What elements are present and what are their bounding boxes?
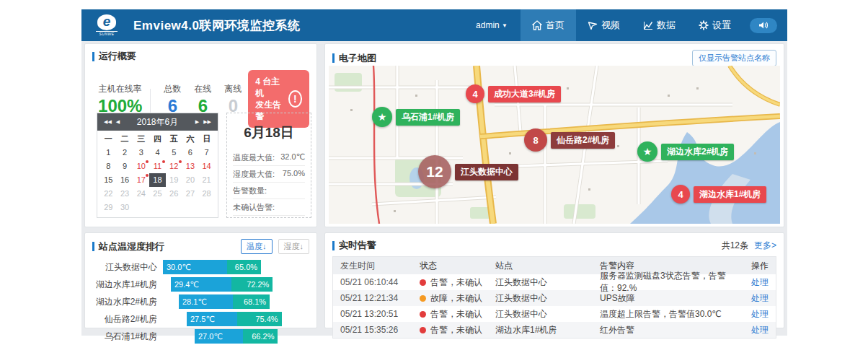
show-alarm-stations-button[interactable]: 仅显示告警站点名称 xyxy=(692,50,776,66)
calendar-day[interactable]: 15 xyxy=(100,173,117,187)
user-name: admin xyxy=(476,20,500,30)
map-marker: 12江头数据中心 xyxy=(418,155,518,188)
calendar-day[interactable]: 2 xyxy=(117,146,133,160)
chevron-down-icon: ▼ xyxy=(502,22,508,29)
alarm-dot-icon xyxy=(146,174,149,177)
station-label[interactable]: 湖边水库1#机房 xyxy=(694,186,766,203)
title-accent-bar xyxy=(332,241,335,250)
col-action: 操作 xyxy=(740,260,769,272)
calendar-day[interactable]: 29 xyxy=(100,201,117,214)
next-month-button[interactable]: ▶ xyxy=(193,119,201,125)
calendar-day[interactable]: 27 xyxy=(182,187,199,201)
nav-data-label: 数据 xyxy=(657,19,676,32)
ranking-row: 仙岳路2#机房27.5℃75.4% xyxy=(89,312,309,326)
nav-data[interactable]: 数据 xyxy=(632,9,687,41)
calendar-day[interactable]: 11 xyxy=(149,160,166,173)
calendar-day[interactable]: 23 xyxy=(117,187,133,201)
alarm-status: 告警，未确认 xyxy=(420,308,495,320)
station-label[interactable]: 乌石浦1#机房 xyxy=(396,109,460,126)
station-name: 湖边水库2#机房 xyxy=(89,296,163,308)
calendar-day[interactable]: 17 xyxy=(133,173,149,187)
alarm-row: 05/21 13:20:51告警，未确认江头数据中心温度超上限告警，告警值30.… xyxy=(333,306,776,322)
station-label[interactable]: 湖边水库2#机房 xyxy=(661,144,734,160)
calendar-day[interactable]: 1 xyxy=(100,146,117,160)
more-link[interactable]: 更多> xyxy=(754,240,776,252)
calendar-day[interactable]: 12 xyxy=(166,160,182,173)
calendar-day[interactable]: 6 xyxy=(182,146,199,160)
ranking-title: 站点温湿度排行 xyxy=(99,240,164,253)
day-detail-label: 未确认告警: xyxy=(233,202,275,213)
stat-label: 离线 xyxy=(218,83,248,95)
calendar-grid: 一二三四五六日123456789101112131415161718192021… xyxy=(97,131,218,216)
alarm-dot-icon xyxy=(162,160,165,163)
calendar-day[interactable]: 26 xyxy=(166,187,182,201)
nav-settings[interactable]: 设置 xyxy=(687,9,743,41)
calendar-day[interactable]: 25 xyxy=(149,187,166,201)
alarm-count-marker[interactable]: 8 xyxy=(524,128,547,152)
stat-label: 在线 xyxy=(187,83,218,95)
temp-humidity-bar: 30.0℃65.0% xyxy=(163,260,261,274)
calendar-day[interactable]: 18 xyxy=(149,173,166,187)
alarm-station: 江头数据中心 xyxy=(495,308,600,320)
weekday-label: 三 xyxy=(133,132,149,146)
handle-link[interactable]: 处理 xyxy=(751,309,769,319)
sound-button[interactable] xyxy=(750,18,777,33)
alarm-time: 05/21 13:20:51 xyxy=(340,309,420,319)
handle-link[interactable]: 处理 xyxy=(751,293,769,303)
station-label[interactable]: 仙岳路2#机房 xyxy=(551,132,615,149)
sort-by-humidity-button[interactable]: 湿度↓ xyxy=(278,239,310,254)
calendar-day[interactable]: 9 xyxy=(117,160,133,173)
calendar-day[interactable]: 20 xyxy=(182,173,199,187)
calendar-day[interactable]: 7 xyxy=(198,146,215,160)
app-title: Emview4.0联网环境监控系统 xyxy=(133,17,300,34)
divider xyxy=(150,89,151,113)
day-detail-label: 湿度最大值: xyxy=(233,169,275,180)
user-menu[interactable]: admin ▼ xyxy=(476,20,508,30)
calendar-day[interactable]: 16 xyxy=(117,173,133,187)
calendar-day[interactable]: 21 xyxy=(198,173,215,187)
calendar-day[interactable]: 30 xyxy=(117,201,133,214)
calendar-day[interactable]: 10 xyxy=(133,160,149,173)
sort-by-temp-button[interactable]: 温度↓ xyxy=(241,239,273,254)
calendar-day[interactable]: 13 xyxy=(182,160,199,173)
calendar-day[interactable]: 3 xyxy=(133,146,149,160)
alarm-count-marker[interactable]: 12 xyxy=(418,155,451,188)
handle-link[interactable]: 处理 xyxy=(751,325,769,335)
prev-month-button[interactable]: ◀ xyxy=(114,119,122,125)
calendar-day[interactable]: 28 xyxy=(198,187,215,201)
temperature-bar-segment: 30.0℃ xyxy=(163,260,227,274)
ranking-row: 江头数据中心30.0℃65.0% xyxy=(89,260,309,274)
calendar-day[interactable]: 8 xyxy=(100,160,117,173)
handle-link[interactable]: 处理 xyxy=(751,277,769,287)
stat-total: 总数 6 xyxy=(157,83,187,115)
alarm-status-text: 告警，未确认 xyxy=(430,324,482,336)
station-ok-marker[interactable]: ★ xyxy=(372,107,392,127)
station-ok-marker[interactable]: ★ xyxy=(637,141,657,162)
day-detail-row: 湿度最大值:75.0% xyxy=(233,166,305,183)
alarm-count-marker[interactable]: 4 xyxy=(466,84,484,103)
map-marker: ★乌石浦1#机房 xyxy=(372,107,460,127)
station-label[interactable]: 成功大道3#机房 xyxy=(488,86,561,102)
nav-home[interactable]: 首页 xyxy=(521,9,576,41)
station-label[interactable]: 江头数据中心 xyxy=(455,164,518,180)
calendar-day[interactable]: 22 xyxy=(100,187,117,201)
map-canvas[interactable]: 4成功大道3#机房★乌石浦1#机房8仙岳路2#机房12江头数据中心★湖边水库2#… xyxy=(329,66,780,224)
calendar-day[interactable]: 4 xyxy=(149,146,166,160)
calendar-day[interactable]: 5 xyxy=(166,146,182,160)
home-icon xyxy=(532,20,542,30)
chart-icon xyxy=(643,20,653,30)
alarms-table-body: 05/21 06:10:44告警，未确认江头数据中心服务器监测磁盘3状态告警，告… xyxy=(333,274,776,338)
calendar-day[interactable]: 24 xyxy=(133,187,149,201)
alarm-row: 05/21 06:10:44告警，未确认江头数据中心服务器监测磁盘3状态告警，告… xyxy=(333,274,776,290)
alarms-table: 发生时间 状态 站点 告警内容 操作 05/21 06:10:44告警，未确认江… xyxy=(332,256,776,339)
next-year-button[interactable]: ▶▶ xyxy=(201,119,213,125)
alarm-status-text: 故障，未确认 xyxy=(430,292,482,305)
calendar-day[interactable]: 19 xyxy=(166,173,182,187)
prev-year-button[interactable]: ◀◀ xyxy=(102,119,114,125)
weekday-label: 二 xyxy=(117,132,133,146)
alarm-dot-icon xyxy=(179,160,182,163)
alarm-count-marker[interactable]: 4 xyxy=(671,185,690,204)
nav-settings-label: 设置 xyxy=(712,19,731,32)
calendar-day[interactable]: 14 xyxy=(198,160,215,173)
nav-video[interactable]: 视频 xyxy=(576,9,632,41)
